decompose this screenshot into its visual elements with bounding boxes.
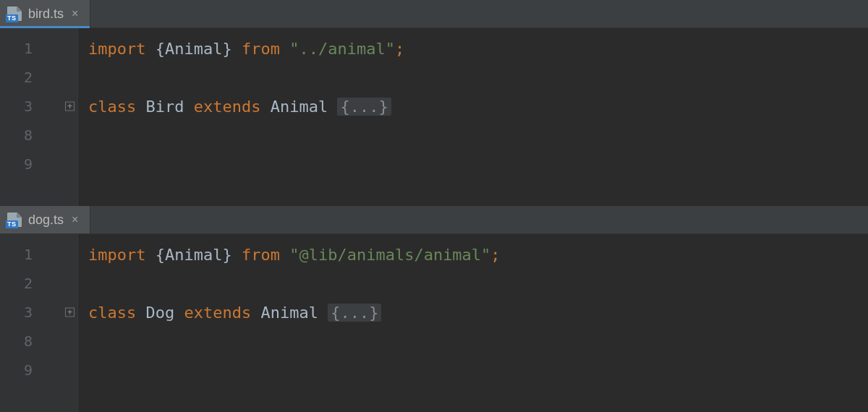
- typescript-file-icon: TS: [7, 7, 22, 21]
- folded-code-region[interactable]: {...}: [328, 304, 381, 322]
- fold-expand-icon[interactable]: +: [65, 102, 75, 111]
- line-number: 3 +: [0, 298, 77, 327]
- code-line: [88, 356, 868, 385]
- fold-expand-icon[interactable]: +: [65, 308, 75, 317]
- line-number: 8: [0, 121, 77, 150]
- code-line: [88, 327, 868, 356]
- gutter: 1 2 3 + 8 9: [0, 234, 78, 412]
- code-line: [88, 150, 868, 179]
- line-number: 1: [0, 34, 77, 63]
- editor-pane-bottom: TS dog.ts × 1 2 3 + 8 9 import {Animal} …: [0, 206, 868, 412]
- line-number: 2: [0, 269, 77, 298]
- close-icon[interactable]: ×: [70, 214, 80, 226]
- code-line: class Dog extends Animal {...}: [88, 298, 868, 327]
- code-line: class Bird extends Animal {...}: [88, 92, 868, 121]
- gutter: 1 2 3 + 8 9: [0, 28, 78, 206]
- code-line: [88, 121, 868, 150]
- line-number: 8: [0, 327, 77, 356]
- folded-code-region[interactable]: {...}: [337, 98, 391, 116]
- close-icon[interactable]: ×: [70, 8, 80, 20]
- tab-bar: TS bird.ts ×: [0, 0, 868, 28]
- code-area[interactable]: import {Animal} from "../animal"; class …: [78, 28, 868, 206]
- tab-filename: bird.ts: [28, 7, 64, 22]
- file-tab-bird[interactable]: TS bird.ts ×: [0, 0, 90, 27]
- line-number: 9: [0, 356, 77, 385]
- code-editor[interactable]: 1 2 3 + 8 9 import {Animal} from "../ani…: [0, 28, 868, 206]
- line-number: 3 +: [0, 92, 77, 121]
- line-number: 1: [0, 240, 77, 269]
- file-tab-dog[interactable]: TS dog.ts ×: [0, 206, 90, 233]
- line-number: 9: [0, 150, 77, 179]
- code-area[interactable]: import {Animal} from "@lib/animals/anima…: [78, 234, 868, 412]
- code-line: [88, 63, 868, 92]
- code-editor[interactable]: 1 2 3 + 8 9 import {Animal} from "@lib/a…: [0, 234, 868, 412]
- editor-pane-top: TS bird.ts × 1 2 3 + 8 9 import {Animal}…: [0, 0, 868, 206]
- code-line: [88, 269, 868, 298]
- typescript-file-icon: TS: [7, 213, 22, 227]
- code-line: import {Animal} from "@lib/animals/anima…: [88, 240, 868, 269]
- line-number: 2: [0, 63, 77, 92]
- tab-bar: TS dog.ts ×: [0, 206, 868, 234]
- tab-filename: dog.ts: [28, 213, 64, 228]
- code-line: import {Animal} from "../animal";: [88, 34, 868, 63]
